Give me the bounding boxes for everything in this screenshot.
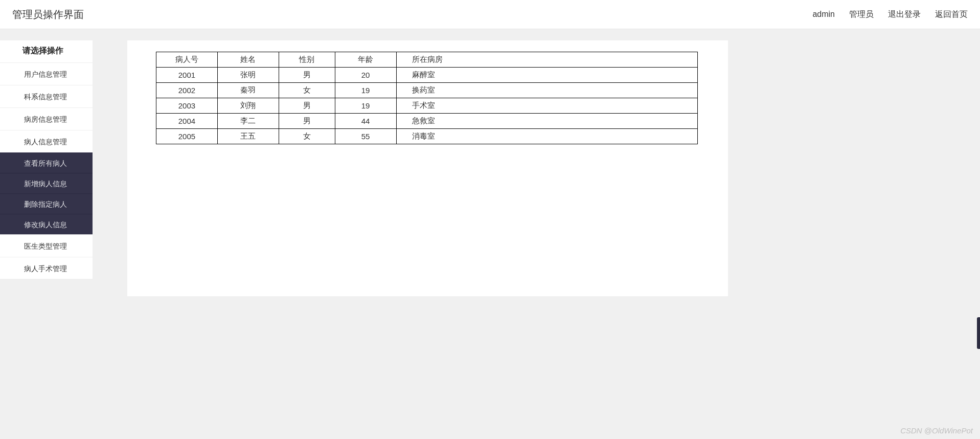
content-panel: 病人号 姓名 性别 年龄 所在病房 2001张明男20麻醉室2002秦羽女19换…	[127, 40, 728, 296]
topbar-logout[interactable]: 退出登录	[888, 9, 921, 20]
cell-ward: 手术室	[396, 98, 697, 114]
topbar-role[interactable]: 管理员	[849, 9, 874, 20]
cell-ward: 麻醉室	[396, 68, 697, 83]
topbar: 管理员操作界面 admin 管理员 退出登录 返回首页	[0, 0, 980, 29]
table-header-row: 病人号 姓名 性别 年龄 所在病房	[156, 52, 698, 68]
cell-name: 张明	[217, 68, 279, 83]
cell-sex: 女	[279, 83, 335, 98]
cell-id: 2003	[156, 98, 218, 114]
cell-id: 2004	[156, 114, 218, 129]
table-row: 2002秦羽女19换药室	[156, 83, 698, 98]
cell-age: 19	[335, 98, 396, 114]
cell-name: 刘翔	[217, 98, 279, 114]
cell-ward: 急救室	[396, 114, 697, 129]
th-sex: 性别	[279, 52, 335, 68]
page-title: 管理员操作界面	[12, 8, 84, 21]
sidebar-item-doctor-type[interactable]: 医生类型管理	[0, 234, 93, 257]
table-row: 2001张明男20麻醉室	[156, 68, 698, 83]
cell-name: 秦羽	[217, 83, 279, 98]
cell-ward: 换药室	[396, 83, 697, 98]
topbar-home[interactable]: 返回首页	[935, 9, 968, 20]
th-id: 病人号	[156, 52, 218, 68]
cell-sex: 男	[279, 98, 335, 114]
cell-name: 王五	[217, 129, 279, 144]
th-name: 姓名	[217, 52, 279, 68]
sidebar-item-patient-info[interactable]: 病人信息管理	[0, 130, 93, 152]
cell-ward: 消毒室	[396, 129, 697, 144]
sidebar-sub-add[interactable]: 新增病人信息	[0, 173, 93, 193]
sidebar-item-ward-info[interactable]: 病房信息管理	[0, 107, 93, 130]
cell-id: 2002	[156, 83, 218, 98]
topbar-user[interactable]: admin	[812, 10, 835, 19]
cell-age: 19	[335, 83, 396, 98]
cell-sex: 女	[279, 129, 335, 144]
sidebar-sub-view-all[interactable]: 查看所有病人	[0, 152, 93, 173]
table-row: 2004李二男44急救室	[156, 114, 698, 129]
th-age: 年龄	[335, 52, 396, 68]
sidebar-header: 请选择操作	[0, 40, 93, 62]
sidebar-item-user-info[interactable]: 用户信息管理	[0, 62, 93, 85]
cell-age: 20	[335, 68, 396, 83]
th-ward: 所在病房	[396, 52, 697, 68]
sidebar-sub-delete[interactable]: 删除指定病人	[0, 193, 93, 214]
sidebar-item-surgery[interactable]: 病人手术管理	[0, 257, 93, 279]
cell-name: 李二	[217, 114, 279, 129]
sidebar-item-dept-info[interactable]: 科系信息管理	[0, 85, 93, 107]
patients-table: 病人号 姓名 性别 年龄 所在病房 2001张明男20麻醉室2002秦羽女19换…	[156, 52, 698, 144]
sidebar-sub-edit[interactable]: 修改病人信息	[0, 214, 93, 234]
cell-age: 44	[335, 114, 396, 129]
table-row: 2003刘翔男19手术室	[156, 98, 698, 114]
cell-id: 2005	[156, 129, 218, 144]
cell-age: 55	[335, 129, 396, 144]
cell-sex: 男	[279, 114, 335, 129]
cell-sex: 男	[279, 68, 335, 83]
sidebar: 请选择操作 用户信息管理 科系信息管理 病房信息管理 病人信息管理 查看所有病人…	[0, 40, 93, 279]
cell-id: 2001	[156, 68, 218, 83]
table-row: 2005王五女55消毒室	[156, 129, 698, 144]
